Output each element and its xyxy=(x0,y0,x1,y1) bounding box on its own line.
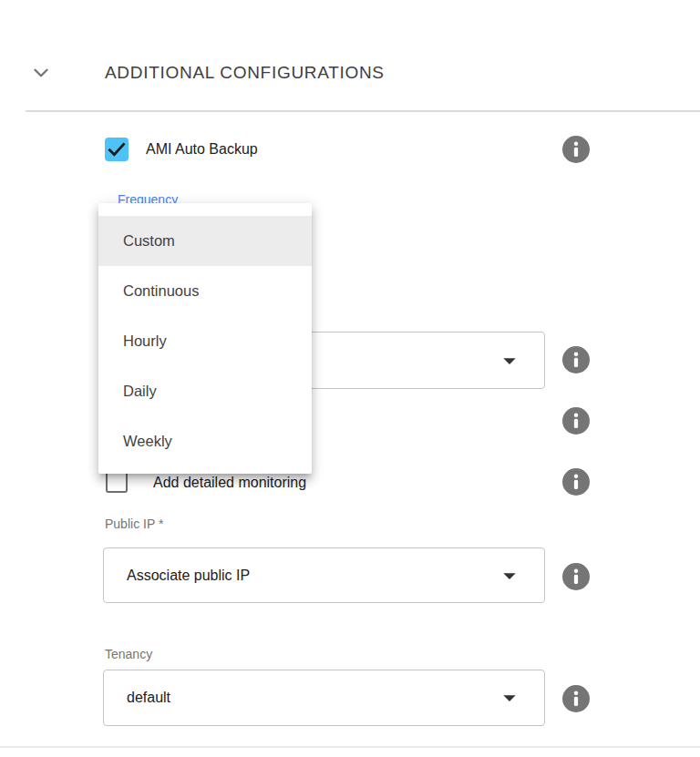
frequency-info-icon[interactable] xyxy=(562,346,590,373)
info-icon xyxy=(562,685,590,712)
additional-configurations-panel: ADDITIONAL CONFIGURATIONS AMI Auto Backu… xyxy=(0,0,700,757)
detailed-monitoring-checkbox[interactable] xyxy=(106,471,128,493)
hidden-row-info-icon[interactable] xyxy=(562,407,590,435)
menu-item[interactable]: Daily xyxy=(98,366,312,416)
section-divider xyxy=(26,110,700,112)
ami-auto-backup-checkbox[interactable] xyxy=(105,138,129,161)
tenancy-field-label: Tenancy xyxy=(105,647,152,661)
menu-item[interactable]: Custom xyxy=(98,216,312,266)
info-icon xyxy=(562,468,590,496)
public-ip-selected-value: Associate public IP xyxy=(127,568,250,584)
detailed-monitoring-label: Add detailed monitoring xyxy=(153,475,306,491)
info-icon xyxy=(562,136,590,163)
ami-auto-backup-info-icon[interactable] xyxy=(562,136,590,163)
frequency-options-menu: Custom Continuous Hourly Daily Weekly xyxy=(98,203,312,474)
caret-down-icon xyxy=(495,346,524,375)
ami-auto-backup-label: AMI Auto Backup xyxy=(146,141,258,158)
public-ip-field-label: Public IP * xyxy=(105,517,163,531)
tenancy-selected-value: default xyxy=(127,690,170,706)
public-ip-info-icon[interactable] xyxy=(562,563,590,590)
menu-item[interactable]: Continuous xyxy=(98,266,312,316)
tenancy-info-icon[interactable] xyxy=(562,685,590,712)
caret-down-icon xyxy=(495,561,524,590)
tenancy-select[interactable]: default xyxy=(103,670,545,726)
detailed-monitoring-info-icon[interactable] xyxy=(562,468,590,496)
info-icon xyxy=(562,346,590,373)
info-icon xyxy=(562,563,590,590)
info-icon xyxy=(562,407,590,435)
caret-down-icon xyxy=(495,683,524,712)
chevron-down-icon xyxy=(29,61,53,85)
section-title: ADDITIONAL CONFIGURATIONS xyxy=(105,63,385,83)
bottom-divider xyxy=(0,746,700,748)
public-ip-select[interactable]: Associate public IP xyxy=(103,547,545,603)
checkmark-icon xyxy=(105,138,129,161)
section-collapse-button[interactable] xyxy=(29,61,53,85)
menu-item[interactable]: Hourly xyxy=(98,316,312,366)
menu-item[interactable]: Weekly xyxy=(98,416,312,466)
